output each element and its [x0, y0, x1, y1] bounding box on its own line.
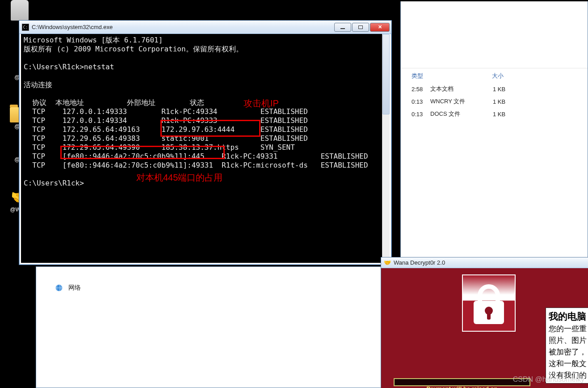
desktop: @W @W @W @Wana 类型 大小 2:58 文本文档 1 KB 0:13…: [0, 0, 588, 388]
wana-payment-bar: Payment will be raised on: [394, 378, 530, 386]
file-type: DOCS 文件: [430, 110, 493, 118]
cmd-body: ▲ ▼ Microsoft Windows [版本 6.1.7601] 版权所有…: [21, 34, 390, 263]
column-size[interactable]: 大小: [492, 72, 504, 80]
watermark: CSDN @handsomelky: [513, 375, 584, 384]
annotation-port445-box: [60, 146, 225, 159]
table-row[interactable]: 0:13 DOCS 文件 1 KB: [412, 108, 588, 120]
wana-panel-line: 被加密了，: [549, 346, 588, 358]
wana-text-panel: 我的电脑 您的一些重 照片、图片 被加密了， 这和一般文 没有我们的: [546, 308, 588, 384]
table-row[interactable]: 2:58 文本文档 1 KB: [412, 83, 588, 95]
file-size: 1 KB: [493, 86, 505, 93]
table-row[interactable]: 0:13 WNCRY 文件 1 KB: [412, 95, 588, 108]
wana-icon: 🤝: [384, 259, 391, 266]
file-time: 0:13: [412, 98, 428, 105]
wana-panel-heading: 我的电脑: [549, 311, 588, 322]
wana-titlebar[interactable]: 🤝 Wana Decrypt0r 2.0: [381, 257, 588, 268]
annotation-attacker-ip-label: 攻击机IP: [244, 97, 279, 110]
wana-panel-line: 照片、图片: [549, 335, 588, 346]
wana-title: Wana Decrypt0r 2.0: [394, 259, 445, 266]
wana-body: 我的电脑 您的一些重 照片、图片 被加密了， 这和一般文 没有我们的 Payme…: [381, 268, 588, 332]
file-size: 1 KB: [493, 111, 505, 118]
cmd-window[interactable]: C: C:\Windows\system32\cmd.exe ✕ ▲ ▼ Mic…: [19, 20, 392, 265]
scroll-thumb[interactable]: [382, 34, 390, 114]
cmd-icon: C:: [22, 24, 29, 31]
annotation-port445-label: 对本机445端口的占用: [136, 172, 223, 184]
recycle-bin-icon[interactable]: [6, 0, 33, 21]
file-type: 文本文档: [430, 85, 493, 93]
explorer-window[interactable]: 类型 大小 2:58 文本文档 1 KB 0:13 WNCRY 文件 1 KB …: [400, 1, 588, 270]
file-type: WNCRY 文件: [430, 97, 493, 105]
file-time: 2:58: [412, 86, 428, 93]
cmd-titlebar[interactable]: C: C:\Windows\system32\cmd.exe ✕: [19, 21, 391, 34]
network-label[interactable]: 网络: [68, 284, 81, 292]
maximize-button[interactable]: [352, 23, 369, 32]
cmd-scrollbar[interactable]: ▲ ▼: [382, 34, 390, 263]
wana-panel-line: 您的一些重: [549, 323, 588, 335]
close-button[interactable]: ✕: [370, 23, 390, 32]
svg-rect-3: [487, 312, 491, 320]
network-icon: [54, 283, 64, 293]
lock-icon: [462, 274, 516, 332]
explorer-column-headers: 类型 大小: [401, 68, 588, 83]
file-size: 1 KB: [493, 98, 505, 105]
cmd-output: Microsoft Windows [版本 6.1.7601] 版权所有 (c)…: [24, 36, 380, 188]
file-time: 0:13: [412, 111, 428, 118]
wana-payment-text: Payment will be raised on: [427, 385, 498, 388]
annotation-attacker-ip-box: [160, 120, 260, 137]
wana-window[interactable]: 🤝 Wana Decrypt0r 2.0 我的电脑 您的一些重 照片、图片 被加…: [381, 257, 588, 388]
column-type[interactable]: 类型: [412, 72, 492, 80]
explorer-rows: 2:58 文本文档 1 KB 0:13 WNCRY 文件 1 KB 0:13 D…: [401, 83, 588, 120]
cmd-title: C:\Windows\system32\cmd.exe: [32, 24, 334, 30]
wana-panel-line: 这和一般文: [549, 358, 588, 370]
minimize-button[interactable]: [334, 23, 351, 32]
